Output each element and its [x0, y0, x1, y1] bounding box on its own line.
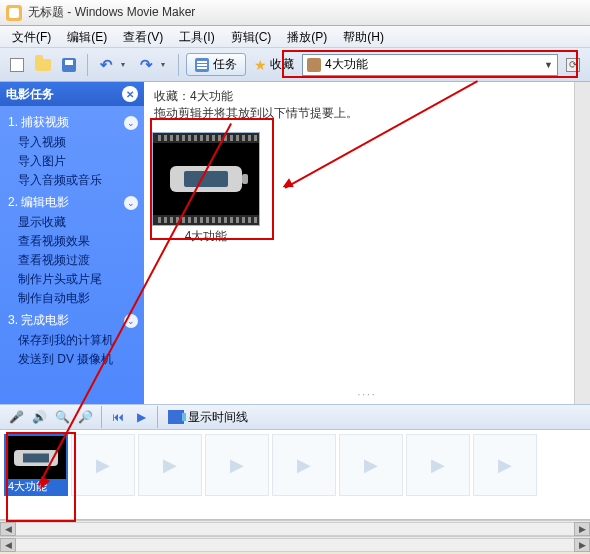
save-button[interactable] [58, 54, 80, 76]
chevron-down-icon: ▼ [544, 60, 553, 70]
menu-file[interactable]: 文件(F) [4, 26, 59, 47]
collection-select[interactable]: 4大功能 ▼ [302, 54, 558, 76]
menu-tools[interactable]: 工具(I) [171, 26, 222, 47]
audio-level-button[interactable]: 🎤 [6, 407, 26, 427]
content-area: 电影任务 ✕ 1. 捕获视频 ⌄ 导入视频 导入图片 导入音频或音乐 2. 编辑… [0, 82, 590, 404]
undo-icon: ↶ [100, 56, 113, 74]
horizontal-scrollbar[interactable]: ◀ ▶ [0, 520, 590, 536]
link-automovie[interactable]: 制作自动电影 [0, 289, 144, 308]
collection-header: 收藏：4大功能 拖动剪辑并将其放到以下情节提要上。 [144, 82, 590, 126]
scroll-right-button[interactable]: ▶ [574, 522, 590, 536]
storyboard: 4大功能 ▶ ▶ ▶ ▶ ▶ ▶ ▶ [0, 430, 590, 520]
undo-button[interactable]: ↶ [95, 54, 117, 76]
separator [87, 54, 88, 76]
collections-button[interactable]: ★ 收藏 [250, 56, 298, 73]
link-import-audio[interactable]: 导入音频或音乐 [0, 171, 144, 190]
tasks-button[interactable]: 任务 [186, 53, 246, 76]
filmstrip-icon [153, 133, 259, 143]
refresh-button[interactable]: ⟳ [562, 54, 584, 76]
new-button[interactable] [6, 54, 28, 76]
section-capture[interactable]: 1. 捕获视频 ⌄ [0, 112, 144, 133]
storyboard-slot[interactable]: ▶ [272, 434, 336, 496]
tasks-pane: 电影任务 ✕ 1. 捕获视频 ⌄ 导入视频 导入图片 导入音频或音乐 2. 编辑… [0, 82, 144, 404]
show-timeline-button[interactable]: 显示时间线 [164, 409, 252, 426]
storyboard-slot[interactable]: ▶ [138, 434, 202, 496]
storyboard-slot[interactable]: ▶ [71, 434, 135, 496]
collection-icon [307, 58, 321, 72]
app-icon [6, 5, 22, 21]
storyboard-slot[interactable]: ▶ [473, 434, 537, 496]
undo-dropdown[interactable]: ▾ [121, 60, 131, 69]
section-edit[interactable]: 2. 编辑电影 ⌄ [0, 192, 144, 213]
tasks-label: 任务 [213, 56, 237, 73]
window-titlebar: 无标题 - Windows Movie Maker [0, 0, 590, 26]
separator [101, 406, 102, 428]
scroll-track[interactable] [16, 538, 574, 552]
vertical-scrollbar[interactable] [574, 82, 590, 404]
redo-icon: ↷ [140, 56, 153, 74]
filmstrip-icon [153, 215, 259, 225]
menu-play[interactable]: 播放(P) [279, 26, 335, 47]
link-import-video[interactable]: 导入视频 [0, 133, 144, 152]
collection-select-value: 4大功能 [325, 56, 368, 73]
separator [178, 54, 179, 76]
link-send-dv[interactable]: 发送到 DV 摄像机 [0, 350, 144, 369]
menu-bar: 文件(F) 编辑(E) 查看(V) 工具(I) 剪辑(C) 播放(P) 帮助(H… [0, 26, 590, 48]
toolbar: ↶ ▾ ↷ ▾ 任务 ★ 收藏 4大功能 ▼ ⟳ [0, 48, 590, 82]
storyboard-slot[interactable]: ▶ [339, 434, 403, 496]
scroll-left-button[interactable]: ◀ [0, 538, 16, 552]
redo-button[interactable]: ↷ [135, 54, 157, 76]
link-save-computer[interactable]: 保存到我的计算机 [0, 331, 144, 350]
menu-clip[interactable]: 剪辑(C) [223, 26, 280, 47]
refresh-icon: ⟳ [566, 58, 580, 72]
chevron-down-icon: ⌄ [124, 196, 138, 210]
show-timeline-label: 显示时间线 [188, 409, 248, 426]
clip-preview [153, 143, 259, 215]
play-button[interactable]: ▶ [131, 407, 151, 427]
save-icon [62, 58, 76, 72]
clip-thumbnail[interactable]: 4大功能 [152, 132, 260, 245]
collections-label: 收藏 [270, 56, 294, 73]
scroll-left-button[interactable]: ◀ [0, 522, 16, 536]
menu-edit[interactable]: 编辑(E) [59, 26, 115, 47]
narrate-button[interactable]: 🔊 [29, 407, 49, 427]
link-titles-credits[interactable]: 制作片头或片尾 [0, 270, 144, 289]
window-title: 无标题 - Windows Movie Maker [28, 4, 195, 21]
tasks-pane-header: 电影任务 ✕ [0, 82, 144, 106]
collection-pane: 收藏：4大功能 拖动剪辑并将其放到以下情节提要上。 4大功能 ∙∙∙∙ [144, 82, 590, 404]
tasks-icon [195, 58, 209, 72]
open-button[interactable] [32, 54, 54, 76]
menu-view[interactable]: 查看(V) [115, 26, 171, 47]
link-import-picture[interactable]: 导入图片 [0, 152, 144, 171]
storyboard-slot[interactable]: ▶ [205, 434, 269, 496]
rewind-button[interactable]: ⏮ [108, 407, 128, 427]
horizontal-scrollbar-2[interactable]: ◀ ▶ [0, 536, 590, 552]
tasks-pane-title: 电影任务 [6, 86, 54, 103]
chevron-down-icon: ⌄ [124, 116, 138, 130]
star-icon: ★ [254, 57, 267, 73]
link-video-transitions[interactable]: 查看视频过渡 [0, 251, 144, 270]
link-show-collections[interactable]: 显示收藏 [0, 213, 144, 232]
tasks-pane-body: 1. 捕获视频 ⌄ 导入视频 导入图片 导入音频或音乐 2. 编辑电影 ⌄ 显示… [0, 106, 144, 373]
storyboard-slot[interactable]: ▶ [406, 434, 470, 496]
resize-grip-icon[interactable]: ∙∙∙∙ [357, 389, 376, 400]
redo-dropdown[interactable]: ▾ [161, 60, 171, 69]
timeline-icon [168, 410, 184, 424]
new-icon [10, 58, 24, 72]
scroll-track[interactable] [16, 522, 574, 536]
collapse-icon[interactable]: ✕ [122, 86, 138, 102]
link-video-effects[interactable]: 查看视频效果 [0, 232, 144, 251]
collection-hint: 拖动剪辑并将其放到以下情节提要上。 [154, 106, 358, 120]
folder-open-icon [35, 59, 51, 71]
separator [157, 406, 158, 428]
scroll-right-button[interactable]: ▶ [574, 538, 590, 552]
menu-help[interactable]: 帮助(H) [335, 26, 392, 47]
storyboard-controls: 🎤 🔊 🔍 🔎 ⏮ ▶ 显示时间线 [0, 404, 590, 430]
